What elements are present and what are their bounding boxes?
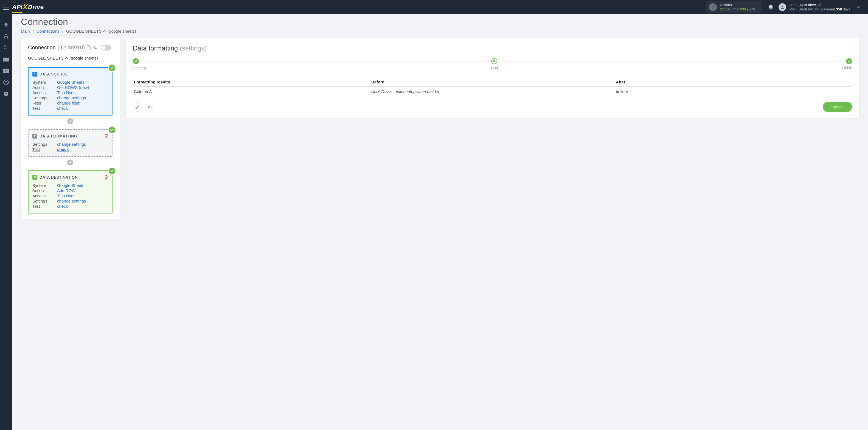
nav-video[interactable] [0, 65, 12, 76]
connection-title: Connection (ID: 38910) [28, 44, 113, 51]
dest-test-link[interactable]: check [57, 204, 68, 209]
add-step-button-2[interactable]: + [67, 159, 73, 165]
logo-underline [12, 12, 23, 12]
svg-rect-3 [7, 37, 8, 38]
data-formatting-box: 2DATA FORMATTING Settingschange settings… [28, 129, 113, 157]
table-row: Column A ApiX-Drive - online integration… [133, 87, 852, 96]
logo[interactable]: APIXDrive [12, 3, 44, 11]
plan-info: Plan |Start| left until payment 359 days [789, 7, 850, 11]
nav-account[interactable] [0, 77, 12, 88]
user-circle-icon [3, 80, 9, 85]
breadcrumb: Main / Connections / GOOGLE SHEETS -> (g… [21, 29, 859, 33]
actions-values: 25'161of50'000(50%) [720, 7, 756, 11]
page-title: Connection [21, 17, 859, 27]
side-nav: ? [0, 14, 12, 228]
status-check-icon [109, 64, 115, 71]
source-action-link[interactable]: Get ROWS (new) [57, 85, 89, 90]
panel-title: Data formatting (settings) [133, 44, 852, 52]
username: demo_apix-drive_s2 [789, 3, 850, 7]
check-icon [847, 60, 851, 63]
chevron-down-icon [857, 5, 860, 9]
notifications-button[interactable] [766, 4, 776, 10]
source-filter-link[interactable]: change filter [57, 101, 80, 105]
results-table: Formatting results Before After Column A… [133, 78, 852, 96]
youtube-icon [3, 69, 9, 73]
edit-button[interactable]: Edit [133, 102, 153, 112]
source-settings-link[interactable]: change settings [57, 95, 86, 100]
nav-connections[interactable] [0, 31, 12, 42]
svg-text:?: ? [5, 92, 7, 95]
main-panel: Data formatting (settings) Settings Test [126, 38, 859, 118]
topbar: APIXDrive i Actions: 25'161of50'000(50%)… [0, 0, 868, 14]
dest-access-link[interactable]: Tina User [57, 193, 75, 198]
menu-toggle[interactable] [0, 0, 12, 14]
actions-counter[interactable]: i Actions: 25'161of50'000(50%) [706, 1, 762, 13]
svg-rect-2 [4, 37, 5, 38]
status-check-icon [109, 168, 115, 174]
col-before: Before [370, 78, 615, 87]
data-source-box: 1DATA SOURCE SystemGoogle Sheets ActionG… [28, 67, 113, 116]
dest-action-link[interactable]: Add ROW [57, 188, 76, 193]
nav-help[interactable]: ? [0, 88, 12, 99]
col-results: Formatting results [133, 78, 370, 87]
stepper: Settings Test Finish [133, 58, 852, 70]
data-source-header: 1DATA SOURCE [32, 72, 108, 76]
add-step-button-1[interactable]: + [67, 118, 73, 124]
avatar-icon [779, 3, 786, 11]
nav-billing[interactable] [0, 42, 12, 53]
page-body: Connection Main / Connections / GOOGLE S… [12, 14, 868, 228]
crumb-current: GOOGLE SHEETS -> (google sheets) [66, 29, 136, 33]
connection-toggle[interactable] [101, 45, 111, 51]
connection-subtitle: GOOGLE SHEETS -> (google sheets) [28, 56, 113, 62]
file-icon [87, 45, 91, 50]
dollar-icon [4, 45, 8, 51]
source-system-link[interactable]: Google Sheets [57, 80, 84, 85]
briefcase-icon [3, 57, 9, 62]
crumb-connections[interactable]: Connections [36, 29, 59, 33]
pencil-icon [135, 105, 140, 109]
svg-point-6 [5, 81, 7, 82]
svg-point-0 [781, 5, 783, 7]
delete-formatting-button[interactable] [104, 134, 108, 138]
svg-rect-1 [5, 34, 7, 35]
formatting-settings-link[interactable]: change settings [57, 142, 86, 147]
step-test[interactable]: Test [490, 58, 498, 70]
nav-briefcase[interactable] [0, 54, 12, 65]
question-icon: ? [3, 91, 9, 97]
gear-icon [92, 45, 97, 50]
dest-settings-link[interactable]: change settings [57, 199, 86, 203]
data-destination-header: 3DATA DESTINATION [32, 175, 108, 180]
delete-destination-button[interactable] [104, 175, 108, 180]
col-after: After [615, 78, 852, 87]
copy-button[interactable] [87, 45, 91, 50]
step-finish[interactable]: Finish [842, 58, 852, 70]
actions-label: Actions: [720, 3, 756, 7]
status-check-icon [109, 126, 115, 133]
info-icon: i [709, 3, 717, 11]
data-formatting-header: 2DATA FORMATTING [32, 134, 108, 139]
bell-icon [768, 4, 774, 10]
nav-home[interactable] [0, 19, 12, 30]
source-access-link[interactable]: Tina User [57, 90, 75, 95]
formatting-test-link[interactable]: check [57, 147, 69, 152]
trash-icon [104, 134, 108, 138]
step-settings[interactable]: Settings [133, 58, 147, 70]
connection-card: Connection (ID: 38910) GOOGLE SHEETS -> … [21, 38, 120, 219]
trash-icon [104, 175, 108, 180]
sitemap-icon [3, 33, 9, 39]
source-test-link[interactable]: check [57, 106, 68, 111]
check-icon [134, 60, 137, 63]
crumb-main[interactable]: Main [21, 29, 30, 33]
home-icon [3, 22, 9, 27]
settings-button[interactable] [92, 45, 97, 50]
next-button[interactable]: Next [823, 102, 852, 112]
hamburger-icon [3, 5, 9, 10]
data-destination-box: 3DATA DESTINATION SystemGoogle Sheets Ac… [28, 171, 113, 214]
dest-system-link[interactable]: Google Sheets [57, 183, 84, 188]
user-menu[interactable]: demo_apix-drive_s2 Plan |Start| left unt… [779, 3, 866, 12]
